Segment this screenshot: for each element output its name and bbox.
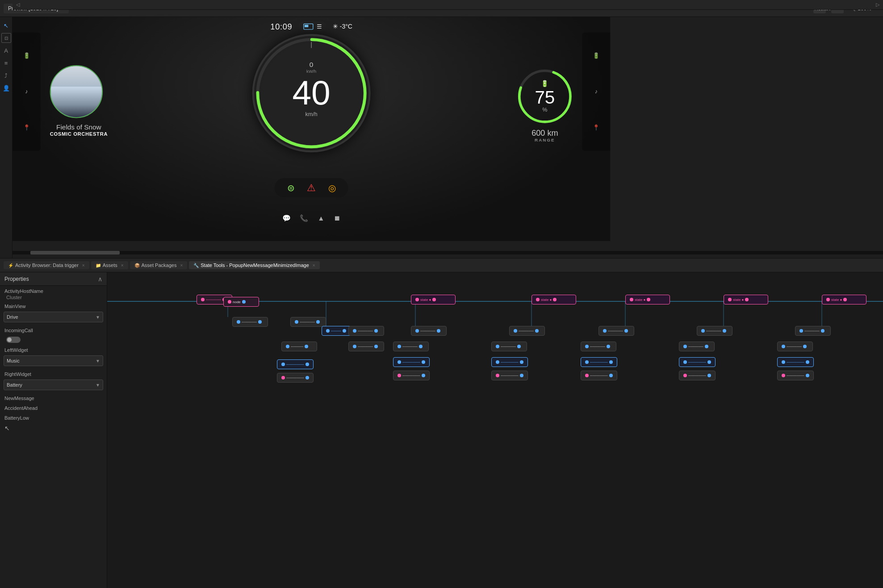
node-c7-1[interactable]: ────── — [795, 326, 831, 336]
state-5-label: state ● — [831, 298, 842, 302]
node-c7-2[interactable]: ────── — [777, 342, 813, 351]
tab-assets[interactable]: 📁 Assets × — [91, 261, 128, 269]
node-c6-3[interactable]: ─────── — [679, 371, 716, 380]
sidebar-text-tool[interactable]: A — [1, 46, 11, 55]
node-c4-b-in — [496, 360, 499, 364]
stop-icon[interactable]: ⏹ — [334, 214, 340, 222]
node-c7-3[interactable]: ─────── — [777, 371, 814, 380]
node-c6-2[interactable]: ────── — [679, 342, 715, 351]
node-c7-blue[interactable]: ─────── — [777, 357, 814, 367]
node-c5-blue[interactable]: ─────── — [581, 357, 617, 367]
node-r3-3[interactable]: ─────── — [277, 373, 314, 383]
node-c3-1[interactable]: ────── — [411, 326, 447, 336]
node-c2-2[interactable]: ────── — [348, 342, 384, 351]
main-view-dropdown-arrow: ▼ — [96, 315, 100, 320]
car-menu-icon[interactable]: ☰ — [317, 23, 322, 30]
node-c4-3[interactable]: ─────── — [491, 371, 528, 380]
car-panel-nav-icon[interactable]: 📍 — [20, 121, 33, 134]
sidebar-pointer-tool[interactable]: ↖ — [1, 21, 11, 30]
bottom-tabs: ⚡ Activity Browser: Data trigger × 📁 Ass… — [0, 258, 883, 272]
sidebar-person-tool[interactable]: 👤 — [1, 83, 11, 93]
node-c4-blue[interactable]: ─────── — [491, 357, 528, 367]
tab-activity-browser[interactable]: ⚡ Activity Browser: Data trigger × — [4, 261, 89, 269]
node-c5-1[interactable]: ────── — [598, 326, 634, 336]
state-1-label: state ● — [420, 298, 431, 302]
node-c5-3-out — [609, 374, 613, 377]
tab-asset-packages[interactable]: 📦 Asset Packages × — [130, 261, 188, 269]
prop-accident-ahead-label: AccidentAhead — [4, 405, 102, 411]
node-c7-2-in — [782, 345, 785, 348]
album-art-sky — [51, 66, 102, 89]
node-c4-b-label: ─────── — [501, 360, 519, 364]
car-panel-right-battery-icon[interactable]: 🔋 — [590, 49, 603, 62]
node-c4-1[interactable]: ────── — [509, 326, 545, 336]
node-c2-2-in — [353, 345, 356, 348]
node-c5-2[interactable]: ────── — [581, 342, 616, 351]
node-c2-1[interactable]: ────── — [348, 326, 384, 336]
activity-tab-close[interactable]: × — [82, 263, 85, 268]
prop-main-view-row: MainView — [0, 301, 107, 311]
node-c3-3[interactable]: ─────── — [393, 371, 430, 380]
node-c6-1[interactable]: ────── — [697, 326, 732, 336]
prop-main-view-select-row: Drive ▼ — [0, 311, 107, 325]
node-c6-blue[interactable]: ─────── — [679, 357, 716, 367]
incoming-call-toggle[interactable] — [6, 337, 21, 343]
car-panel-battery-icon[interactable]: 🔋 — [20, 49, 33, 62]
sidebar-cursor-tool[interactable]: ⊡ — [1, 33, 11, 43]
node-c6-1-in — [701, 329, 705, 333]
node-blue-in — [326, 329, 330, 333]
car-panel-right-nav-icon[interactable]: 📍 — [590, 121, 603, 134]
state-node-5[interactable]: state ● — [822, 295, 866, 304]
car-panel-right-music-icon[interactable]: ♪ — [590, 85, 603, 98]
music-widget: Fields of Snow COSMIC ORCHESTRA — [50, 65, 108, 137]
sidebar-share-tool[interactable]: ⤴ — [1, 71, 11, 80]
preview-size-label: ◁ — [16, 2, 20, 8]
assets-tab-close[interactable]: × — [121, 263, 124, 268]
node-c4-3-out — [520, 374, 523, 377]
sidebar-layers-tool[interactable]: ≡ — [1, 58, 11, 68]
phone-icon[interactable]: 📞 — [300, 214, 308, 222]
node-c7-1-out — [821, 329, 824, 333]
node-c3-1-in — [415, 329, 419, 333]
car-right-panel: 🔋 ♪ 📍 — [582, 33, 611, 151]
node-c3-b-out — [422, 360, 425, 364]
node-row2-1[interactable]: ────── — [232, 317, 268, 327]
preview-horizontal-scrollbar[interactable] — [13, 251, 883, 254]
state-node-1[interactable]: state ● — [411, 295, 456, 304]
prop-new-message-label: NewMessage — [4, 396, 102, 401]
asset-packages-tab-close[interactable]: × — [180, 263, 183, 268]
prop-left-widget-row: LeftWidget — [0, 345, 107, 354]
song-artist: COSMIC ORCHESTRA — [50, 131, 108, 137]
node-c5-3[interactable]: ─────── — [581, 371, 617, 380]
state-4-in — [728, 298, 732, 301]
node-c4-2[interactable]: ────── — [491, 342, 527, 351]
triangle-icon[interactable]: ▲ — [318, 214, 324, 222]
prop-activity-host-name-row: ActivityHostName Cluster — [0, 286, 107, 301]
properties-panel: Properties ∧ ActivityHostName Cluster Ma… — [0, 272, 107, 588]
node-r3-2[interactable]: ─────── — [277, 359, 314, 369]
prop-right-widget-select[interactable]: Battery ▼ — [4, 379, 103, 390]
tab-state-tools[interactable]: 🔧 State Tools - PopupNewMessageMinimized… — [189, 261, 319, 269]
state-node-2[interactable]: state ● — [531, 295, 576, 304]
state-node-4[interactable]: state ● — [724, 295, 768, 304]
scrollbar-thumb[interactable] — [30, 251, 120, 254]
node-c3-2[interactable]: ────── — [393, 342, 429, 351]
prop-left-widget-select[interactable]: Music ▼ — [4, 355, 103, 366]
prop-main-view-select[interactable]: Drive ▼ — [4, 312, 103, 322]
node-c3-1-label: ────── — [420, 329, 435, 333]
node-c7-b-in — [782, 360, 785, 364]
node-row2-2[interactable]: ────── — [290, 317, 326, 327]
node-r3-1[interactable]: ───── — [281, 342, 317, 351]
state-node-3[interactable]: state ● — [625, 295, 670, 304]
node-c5-1-label: ────── — [608, 329, 623, 333]
node-g2[interactable]: node — [223, 297, 259, 307]
car-panel-music-icon[interactable]: ♪ — [20, 85, 33, 98]
node-c5-2-label: ────── — [590, 345, 605, 349]
node-c7-3-in — [782, 374, 785, 377]
node-c3-blue[interactable]: ─────── — [393, 357, 430, 367]
properties-collapse-button[interactable]: ∧ — [98, 275, 102, 283]
node-r2-1-in — [237, 320, 240, 324]
node-text-g2: node — [233, 300, 241, 304]
message-icon[interactable]: 💬 — [282, 214, 291, 222]
state-tools-tab-close[interactable]: × — [313, 263, 315, 268]
